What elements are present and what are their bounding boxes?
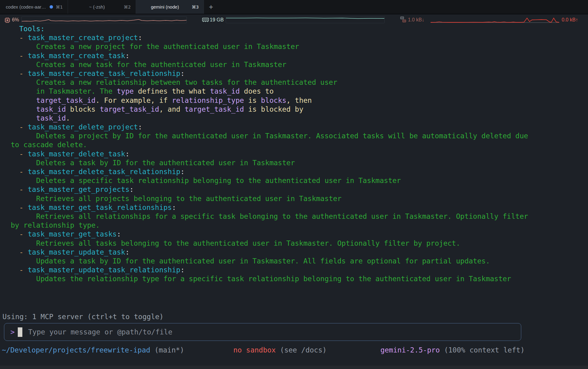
terminal-text-segment: task_master_update_task_relationship bbox=[28, 266, 180, 274]
footer-segment: no sandbox bbox=[233, 346, 276, 354]
terminal-text-segment: Creates a new project for the authentica… bbox=[36, 43, 299, 50]
new-tab-button[interactable]: + bbox=[206, 0, 216, 14]
model-status: gemini-2.5-pro (100% context left) bbox=[380, 346, 525, 354]
terminal-text-segment: task_master_create_task_relationship bbox=[28, 69, 180, 77]
text-cursor bbox=[18, 327, 22, 337]
tab-gemini[interactable]: gemini (node)⌘3 bbox=[136, 0, 204, 14]
terminal-text-segment: - bbox=[19, 248, 28, 256]
footer-segment: (main*) bbox=[150, 346, 184, 354]
terminal-line: Deletes a task by ID for the authenticat… bbox=[11, 158, 528, 167]
terminal-text-segment: - bbox=[19, 52, 28, 60]
cpu-sparkline bbox=[21, 16, 187, 23]
terminal-line: Updates the relationship type for a spec… bbox=[11, 274, 528, 283]
tab-zsh[interactable]: ~ (-zsh)⌘2 bbox=[68, 0, 136, 14]
terminal-line: target_task_id. For example, if relation… bbox=[11, 96, 528, 105]
tab-title: gemini (node) bbox=[141, 4, 189, 9]
terminal-text-segment: task_master_update_task bbox=[28, 248, 125, 256]
terminal-line: by relationship type. bbox=[11, 221, 528, 230]
terminal-text-segment: - bbox=[19, 168, 28, 176]
terminal-text-segment: : bbox=[180, 168, 185, 176]
terminal-text-segment: task_master_get_task_relationships bbox=[28, 203, 172, 211]
terminal-text-segment: : bbox=[125, 150, 130, 158]
footer-segment: (see /docs) bbox=[276, 346, 326, 354]
network-sparkline bbox=[431, 15, 559, 24]
terminal-text-segment: in Taskmaster. The bbox=[36, 87, 117, 95]
terminal-text-segment: Updates the relationship type for a spec… bbox=[36, 275, 511, 283]
terminal-text-segment: target_task_id bbox=[185, 105, 244, 113]
terminal-text-segment: Tools: bbox=[19, 25, 45, 33]
terminal-text-segment: target_task_id bbox=[100, 105, 159, 113]
terminal-text-segment: blocks bbox=[66, 105, 100, 113]
terminal-text-segment: , and bbox=[159, 105, 185, 113]
terminal-text-segment: task_master_create_project bbox=[28, 34, 138, 42]
terminal-text-segment: Updates a task by ID for the authenticat… bbox=[36, 257, 490, 265]
terminal-text-segment: . bbox=[66, 114, 70, 122]
terminal-line: - task_master_delete_task_relationship: bbox=[11, 167, 528, 176]
terminal-line: - task_master_create_task: bbox=[11, 51, 528, 60]
terminal-text-segment: : bbox=[125, 248, 130, 256]
terminal-text-segment: type bbox=[117, 87, 134, 95]
terminal-text-segment: task_id bbox=[210, 87, 240, 95]
terminal-window: codex (codex-aar…⌘1~ (-zsh)⌘2gemini (nod… bbox=[0, 0, 588, 369]
terminal-text-segment: : bbox=[130, 185, 134, 193]
terminal-line: - task_master_update_task_relationship: bbox=[11, 266, 528, 274]
cpu-icon bbox=[4, 17, 11, 24]
network-icon bbox=[400, 16, 407, 23]
terminal-text-segment: task_id bbox=[36, 105, 66, 113]
terminal-text-segment: - bbox=[19, 230, 28, 238]
tab-bar: codex (codex-aar…⌘1~ (-zsh)⌘2gemini (nod… bbox=[0, 0, 588, 14]
sandbox-status: no sandbox (see /docs) bbox=[233, 346, 327, 354]
terminal-text-segment: - bbox=[19, 34, 28, 42]
terminal-text-segment: , then bbox=[286, 96, 312, 104]
status-footer: ~/Developer/projects/freewrite-ipad (mai… bbox=[0, 346, 588, 356]
terminal-line: Creates a new task for the authenticated… bbox=[11, 60, 528, 69]
terminal-text-segment: Creates a new relationship between two t… bbox=[36, 78, 337, 86]
terminal-text-segment: Deletes a project by ID for the authenti… bbox=[36, 132, 528, 140]
terminal-line: - task_master_create_task_relationship: bbox=[11, 69, 528, 78]
terminal-text-segment: task_master_create_task bbox=[28, 52, 125, 60]
terminal-text-segment: - bbox=[19, 203, 28, 211]
terminal-text-segment: . For example, if bbox=[96, 96, 172, 104]
terminal-line: - task_master_get_task_relationships: bbox=[11, 203, 528, 212]
terminal-line: - task_master_create_project: bbox=[11, 33, 528, 42]
terminal-line: - task_master_get_projects: bbox=[11, 185, 528, 194]
terminal-line: to cascade delete. bbox=[11, 140, 528, 149]
terminal-text-segment: - bbox=[19, 185, 28, 193]
terminal-line: - task_master_delete_task: bbox=[11, 150, 528, 158]
network-up-label: 0.0 kB↑ bbox=[562, 17, 578, 23]
terminal-text-segment: - bbox=[19, 150, 28, 158]
tab-activity-dot bbox=[50, 5, 53, 9]
terminal-text-segment: relationship_type bbox=[172, 96, 244, 104]
terminal-text-segment: Retrieves all tasks belonging to the aut… bbox=[36, 239, 460, 247]
terminal-line: - task_master_get_tasks: bbox=[11, 230, 528, 239]
window-bottom-edge bbox=[0, 366, 588, 369]
input-placeholder: Type your message or @path/to/file bbox=[28, 328, 172, 336]
memory-sparkline bbox=[226, 16, 385, 23]
tab-codex[interactable]: codex (codex-aar…⌘1 bbox=[0, 0, 68, 14]
terminal-text-segment: task_id bbox=[36, 114, 66, 122]
terminal-line: in Taskmaster. The type defines the what… bbox=[11, 87, 528, 96]
message-input-box[interactable]: > Type your message or @path/to/file bbox=[4, 323, 521, 341]
tab-title: codex (codex-aar… bbox=[5, 4, 47, 9]
terminal-line: Retrieves all tasks belonging to the aut… bbox=[11, 239, 528, 248]
terminal-line: Updates a task by ID for the authenticat… bbox=[11, 257, 528, 266]
terminal-text-segment: : bbox=[125, 52, 130, 60]
terminal-line: Deletes a project by ID for the authenti… bbox=[11, 132, 528, 140]
terminal-text-segment: does to bbox=[240, 87, 274, 95]
memory-icon bbox=[202, 17, 209, 23]
terminal-text-segment: task_master_get_projects bbox=[28, 185, 129, 193]
terminal-text-segment: - bbox=[19, 123, 28, 131]
terminal-line: - task_master_update_task: bbox=[11, 248, 528, 257]
terminal-text-segment: task_master_delete_project bbox=[28, 123, 138, 131]
footer-segment: gemini-2.5-pro bbox=[380, 346, 440, 354]
terminal-output: Tools:- task_master_create_project:Creat… bbox=[11, 24, 528, 283]
terminal-text-segment: defines the what bbox=[134, 87, 210, 95]
prompt-symbol: > bbox=[10, 328, 15, 336]
terminal-line: task_id. bbox=[11, 114, 528, 123]
footer-segment: (100% context left) bbox=[440, 346, 525, 354]
terminal-text-segment: : bbox=[138, 34, 142, 42]
network-down-label: 1.0 kB↓ bbox=[408, 17, 424, 23]
terminal-text-segment: Deletes a specific task relationship bel… bbox=[36, 177, 401, 184]
mcp-server-status: Using: 1 MCP server (ctrl+t to toggle) bbox=[2, 313, 164, 321]
terminal-line: Creates a new project for the authentica… bbox=[11, 42, 528, 51]
